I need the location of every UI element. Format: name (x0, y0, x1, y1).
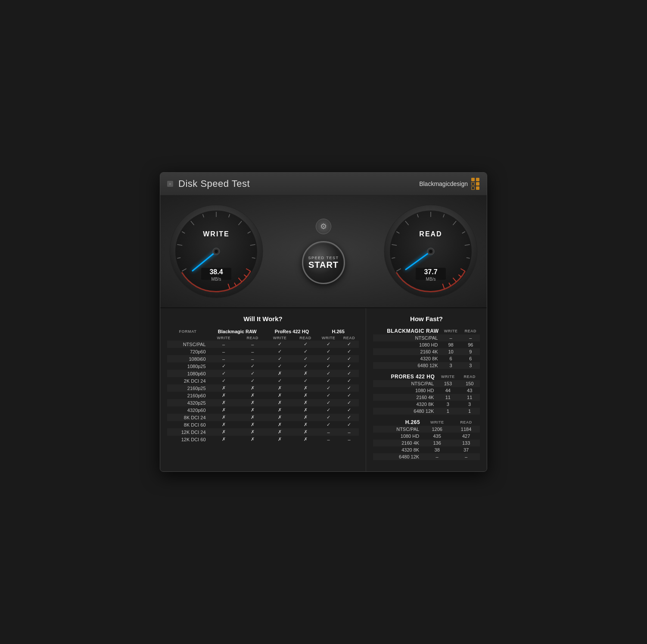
pr-write-cell: ✓ (266, 362, 293, 370)
app-window: × Disk Speed Test Blackmagicdesign (160, 172, 487, 472)
fast-group: H.265WRITEREADNTSC/PAL120611841080 HD435… (373, 419, 480, 460)
write-gauge-svg: 38.4 MB/s WRITE (169, 204, 264, 299)
fast-row: 2160 4K109 (373, 348, 480, 355)
fast-row: 2160 4K136133 (373, 440, 480, 446)
fast-write-cell: 10 (441, 348, 461, 355)
pr-write-cell: ✓ (266, 355, 293, 362)
fast-read-cell: 1184 (452, 426, 480, 433)
will-table-row: 1080p60✓✓✗✗✓✓ (167, 370, 359, 377)
fast-read-cell: 3 (459, 401, 480, 408)
h-read-cell: ✓ (339, 362, 359, 370)
h-read-cell: ✓ (339, 370, 359, 377)
bm-write-cell: ✗ (208, 384, 239, 392)
fast-row: 4320 8K33 (373, 401, 480, 408)
col-prores: ProRes 422 HQ (266, 328, 317, 335)
bm-write-cell: ✗ (208, 428, 239, 436)
will-table-row: 12K DCI 24✗✗✗✗–– (167, 428, 359, 436)
brand-sq-1 (471, 178, 475, 181)
h-write-cell: ✓ (317, 362, 339, 370)
fast-table: H.265WRITEREADNTSC/PAL120611841080 HD435… (373, 419, 480, 460)
close-button[interactable]: × (167, 181, 173, 187)
fast-format-cell: NTSC/PAL (373, 380, 436, 387)
bm-write-cell: ✗ (208, 406, 239, 414)
pr-write-cell: ✗ (266, 421, 293, 428)
format-cell: 1080i60 (167, 355, 208, 362)
format-cell: 720p60 (167, 348, 208, 355)
fast-group: ProRes 422 HQWRITEREADNTSC/PAL1531501080… (373, 373, 480, 415)
bm-write-cell: – (208, 341, 239, 348)
will-table-row: 12K DCI 60✗✗✗✗–– (167, 436, 359, 443)
bm-write-cell: ✗ (208, 392, 239, 399)
fast-table: ProRes 422 HQWRITEREADNTSC/PAL1531501080… (373, 373, 480, 415)
h-read-cell: – (339, 428, 359, 436)
bm-write-cell: ✓ (208, 370, 239, 377)
fast-read-cell: 9 (461, 348, 480, 355)
fast-write-col: WRITE (436, 373, 459, 380)
bm-read-cell: ✗ (239, 421, 266, 428)
pr-write-cell: ✗ (266, 392, 293, 399)
start-button[interactable]: SPEED TEST START (302, 241, 345, 284)
h-read-cell: ✓ (339, 384, 359, 392)
svg-point-47 (429, 250, 432, 253)
fast-row: 2160 4K1111 (373, 394, 480, 401)
fast-read-cell: – (461, 334, 480, 341)
will-table-row: 1080p25✓✓✓✓✓✓ (167, 362, 359, 370)
brand-sq-4 (476, 182, 479, 186)
settings-button[interactable]: ⚙ (316, 219, 331, 234)
svg-text:MB/s: MB/s (426, 277, 436, 282)
pr-read-cell: ✗ (293, 414, 317, 421)
brand-sq-2 (476, 178, 479, 181)
fast-write-col: WRITE (441, 328, 461, 334)
fast-write-cell: 435 (422, 433, 452, 440)
fast-row: NTSC/PAL153150 (373, 380, 480, 387)
format-cell: 1080p60 (167, 370, 208, 377)
will-table-row: 2160p25✗✗✗✗✓✓ (167, 384, 359, 392)
fast-read-cell: 37 (452, 446, 480, 453)
h-write-cell: ✓ (317, 370, 339, 377)
h-read-cell: ✓ (339, 355, 359, 362)
pr-read-cell: ✗ (293, 384, 317, 392)
h-read-cell: ✓ (339, 421, 359, 428)
fast-read-cell: 150 (459, 380, 480, 387)
pr-write-cell: ✓ (266, 348, 293, 355)
h-read-cell: ✓ (339, 406, 359, 414)
fast-write-cell: – (441, 334, 461, 341)
bm-read-cell: ✗ (239, 384, 266, 392)
bm-write-cell: – (208, 355, 239, 362)
fast-read-col: READ (452, 419, 480, 426)
how-fast-content: Blackmagic RAWWRITEREADNTSC/PAL––1080 HD… (373, 328, 480, 460)
h-write-cell: ✓ (317, 377, 339, 384)
brand-name: Blackmagicdesign (419, 180, 468, 187)
center-controls: ⚙ SPEED TEST START (302, 219, 345, 284)
fast-group-name: Blackmagic RAW (373, 328, 441, 334)
pr-read-cell: ✗ (293, 406, 317, 414)
pr-write-cell: ✗ (266, 428, 293, 436)
h-read-cell: ✓ (339, 341, 359, 348)
how-fast-panel: How Fast? Blackmagic RAWWRITEREADNTSC/PA… (366, 308, 487, 471)
h-write-cell: ✓ (317, 414, 339, 421)
app-title: Disk Speed Test (178, 178, 250, 189)
h-write-cell: ✓ (317, 341, 339, 348)
fast-read-col: READ (459, 373, 480, 380)
bm-write-cell: ✓ (208, 362, 239, 370)
bm-write-cell: ✓ (208, 377, 239, 384)
pr-read-cell: ✓ (293, 377, 317, 384)
svg-text:37.7: 37.7 (424, 268, 437, 276)
bm-read-cell: ✓ (239, 362, 266, 370)
fast-write-cell: 44 (436, 387, 459, 394)
pr-read-cell: ✓ (293, 355, 317, 362)
h-read-cell: ✓ (339, 377, 359, 384)
h-write-header: WRITE (317, 335, 339, 341)
bm-write-cell: ✗ (208, 414, 239, 421)
will-table-row: 1080i60––✓✓✓✓ (167, 355, 359, 362)
will-it-work-panel: Will It Work? FORMAT Blackmagic RAW ProR… (160, 308, 366, 471)
fast-write-cell: 1 (436, 408, 459, 415)
fast-row: 4320 8K3837 (373, 446, 480, 453)
bm-read-cell: ✗ (239, 428, 266, 436)
fast-read-cell: 11 (459, 394, 480, 401)
bm-write-cell: – (208, 348, 239, 355)
pr-read-cell: ✓ (293, 341, 317, 348)
fast-row: 6480 12K–– (373, 453, 480, 460)
title-bar: × Disk Speed Test Blackmagicdesign (160, 173, 487, 195)
pr-write-header: WRITE (266, 335, 293, 341)
